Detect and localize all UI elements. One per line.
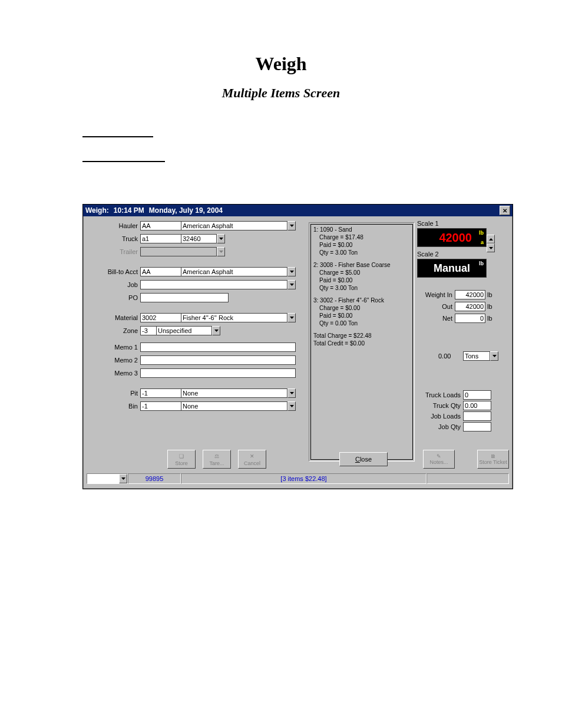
bin-dropdown[interactable] xyxy=(287,401,296,411)
scale-spin-down[interactable] xyxy=(487,243,495,252)
billto-name-input[interactable]: American Asphalt xyxy=(181,267,287,276)
weight-net-label: Net xyxy=(417,315,455,322)
titlebar-time: 10:14 PM xyxy=(114,206,144,215)
summary-item2-title: 2: 3008 - Fisher Base Coarse xyxy=(313,261,410,269)
job-qty-input[interactable] xyxy=(463,422,491,431)
summary-item3-paid: Paid = $0.00 xyxy=(313,312,410,319)
job-qty-label: Job Qty xyxy=(417,423,463,430)
memo1-input[interactable] xyxy=(140,342,296,352)
truck-code-input[interactable]: a1 xyxy=(140,234,181,243)
zone-dropdown[interactable] xyxy=(212,326,220,335)
conv-unit-select[interactable]: Tons xyxy=(463,351,490,361)
weight-in-label: Weight In xyxy=(417,291,455,298)
hauler-label: Hauler xyxy=(85,222,140,229)
status-panel-1 xyxy=(87,473,128,484)
notes-label: Notes... xyxy=(429,459,448,465)
scale1-unit-top: lb xyxy=(479,230,484,236)
status-bar: 99895 [3 items $22.48] xyxy=(87,473,509,485)
weight-out-input[interactable]: 42000 xyxy=(455,302,485,311)
svg-marker-6 xyxy=(214,330,219,332)
zone-name-input[interactable]: Unspecified xyxy=(157,326,212,335)
weight-out-label: Out xyxy=(417,303,455,310)
ticket-summary: 1: 1090 - Sand Charge = $17.48 Paid = $0… xyxy=(309,222,415,462)
billto-code-input[interactable]: AA xyxy=(140,267,181,276)
close-button[interactable]: Close xyxy=(339,452,388,466)
pit-dropdown[interactable] xyxy=(287,388,296,398)
tare-button[interactable]: ⚖ Tare... xyxy=(203,450,231,469)
svg-marker-10 xyxy=(489,247,493,249)
job-dropdown[interactable] xyxy=(287,280,296,289)
window-close-button[interactable]: ✕ xyxy=(500,206,510,215)
po-input[interactable] xyxy=(140,293,229,302)
pit-code-input[interactable]: -1 xyxy=(140,388,181,398)
memo1-label: Memo 1 xyxy=(85,344,140,351)
trailer-input xyxy=(140,247,217,256)
memo3-input[interactable] xyxy=(140,368,296,378)
hauler-code-input[interactable]: AA xyxy=(140,221,181,230)
truck-num-input[interactable]: 32460 xyxy=(181,234,217,243)
notes-button[interactable]: ✎ Notes... xyxy=(423,450,455,469)
trailer-dropdown xyxy=(217,247,225,256)
store-icon: ❏ xyxy=(179,452,184,460)
summary-item2-charge: Charge = $5.00 xyxy=(313,269,410,276)
weight-net-input[interactable]: 0 xyxy=(455,314,485,323)
svg-marker-5 xyxy=(290,317,294,319)
titlebar-prefix: Weigh: xyxy=(85,206,109,215)
bin-label: Bin xyxy=(85,403,140,410)
pit-name-input[interactable]: None xyxy=(181,388,287,398)
truck-loads-label: Truck Loads xyxy=(417,391,463,398)
summary-item3-qty: Qty = 0.00 Ton xyxy=(313,319,410,327)
doc-title: Weigh xyxy=(47,53,515,75)
zone-code-input[interactable]: -3 xyxy=(140,326,157,335)
close-icon: ✕ xyxy=(503,207,507,214)
store-button[interactable]: ❏ Store xyxy=(167,450,196,469)
job-input[interactable] xyxy=(140,280,287,289)
store-ticket-button[interactable]: 🗎 Store Ticket xyxy=(477,450,509,469)
summary-item1-charge: Charge = $17.48 xyxy=(313,233,410,241)
summary-total-charge: Total Charge = $22.48 xyxy=(313,332,410,340)
memo2-input[interactable] xyxy=(140,355,296,365)
conv-unit-dropdown[interactable] xyxy=(490,351,498,361)
summary-item2-qty: Qty = 3.00 Ton xyxy=(313,284,410,292)
summary-item2-paid: Paid = $0.00 xyxy=(313,276,410,284)
weight-in-input[interactable]: 42000 xyxy=(455,290,485,299)
weight-net-unit: lb xyxy=(485,315,492,322)
svg-marker-12 xyxy=(121,477,125,480)
scale-spin-up[interactable] xyxy=(487,235,495,243)
scale2-value: Manual xyxy=(434,262,470,275)
svg-marker-9 xyxy=(489,238,493,241)
job-loads-label: Job Loads xyxy=(417,413,463,420)
svg-marker-2 xyxy=(219,251,223,253)
summary-item1-title: 1: 1090 - Sand xyxy=(313,226,410,233)
form-panel: Hauler AA American Asphalt Truck a1 3246… xyxy=(85,220,303,413)
store-ticket-label: Store Ticket xyxy=(479,459,507,465)
conv-value-input[interactable]: 0.00 xyxy=(438,353,462,360)
po-label: PO xyxy=(85,294,140,301)
store-ticket-icon: 🗎 xyxy=(491,453,496,459)
hauler-name-input[interactable]: American Asphalt xyxy=(181,221,287,230)
svg-marker-0 xyxy=(290,225,294,227)
truck-qty-input[interactable]: 0.00 xyxy=(463,401,491,410)
scale1-value: 42000 xyxy=(439,231,472,245)
bin-name-input[interactable]: None xyxy=(181,401,287,411)
truck-loads-input[interactable]: 0 xyxy=(463,390,491,400)
status-code: 99895 xyxy=(128,473,181,484)
billto-dropdown[interactable] xyxy=(287,267,296,276)
status-combo[interactable] xyxy=(87,474,119,483)
svg-marker-3 xyxy=(290,271,294,273)
truck-dropdown[interactable] xyxy=(217,234,225,243)
job-loads-input[interactable] xyxy=(463,411,491,421)
material-code-input[interactable]: 3002 xyxy=(140,313,181,322)
weigh-window: Weigh: 10:14 PM Monday, July 19, 2004 ✕ … xyxy=(82,204,513,489)
rule-1 xyxy=(82,136,153,137)
material-name-input[interactable]: Fisher 4''-6'' Rock xyxy=(181,313,287,322)
material-dropdown[interactable] xyxy=(287,313,296,322)
status-combo-dropdown[interactable] xyxy=(119,474,127,483)
summary-item1-qty: Qty = 3.00 Ton xyxy=(313,249,410,256)
bin-code-input[interactable]: -1 xyxy=(140,401,181,411)
billto-label: Bill-to Acct xyxy=(85,268,140,275)
summary-item3-title: 3: 3002 - Fisher 4"-6" Rock xyxy=(313,297,410,304)
svg-marker-1 xyxy=(219,238,223,240)
cancel-button[interactable]: ✕ Cancel xyxy=(238,450,266,469)
hauler-dropdown[interactable] xyxy=(287,221,296,230)
